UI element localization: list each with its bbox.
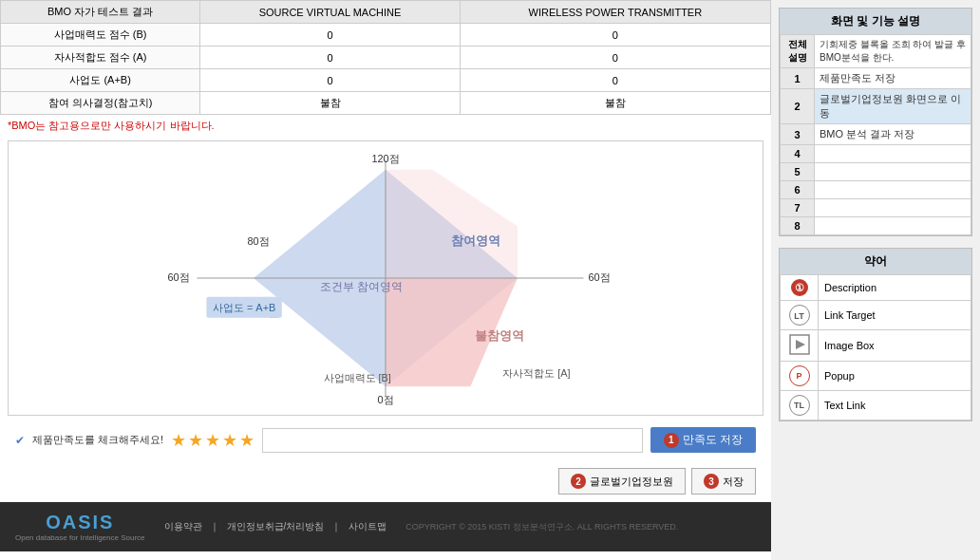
legend-row-tl: TL Text Link — [781, 391, 971, 420]
legend-table: ① Description LT Link Target — [780, 274, 971, 420]
row-col1-2: 0 — [200, 69, 460, 92]
legend-icon-lt: LT — [781, 301, 819, 330]
col-header-2: WIRELESS POWER TRANSMITTER — [460, 1, 770, 24]
legend-label-popup: Popup — [819, 362, 971, 391]
xaxis-label: 사업도 = A+B — [213, 302, 275, 313]
diamond-chart: 참여영역 조건부 참여영역 불참영역 120점 80점 60점 60점 35점 … — [18, 151, 753, 405]
function-intro-row: 전체 설명 기회제중 블록올 조희 하여 발글 후 BMO분석을 한다. — [781, 35, 971, 68]
table-row: 사업매력도 점수 (B) 0 0 — [1, 24, 771, 47]
function-table-title: 화면 및 기능 설명 — [780, 9, 971, 34]
conditional-label: 조건부 참여영역 — [320, 280, 403, 293]
save-label: 만족도 저장 — [683, 432, 743, 448]
xaxis-bottom: 사업매력도 [B] — [324, 372, 391, 383]
row-col2-2: 0 — [460, 69, 770, 92]
row-col2-1: 0 — [460, 47, 770, 69]
star-4[interactable]: ★ — [222, 430, 237, 451]
row-label-2: 사업도 (A+B) — [1, 69, 200, 92]
function-row-5: 5 — [781, 163, 971, 181]
table-row: 자사적합도 점수 (A) 0 0 — [1, 47, 771, 69]
legend-icon-tl: TL — [781, 391, 819, 420]
legend-icon-popup: P — [781, 362, 819, 391]
logo-sub: Open database for Intelligence Source — [15, 533, 145, 542]
legend-row-popup: P Popup — [781, 362, 971, 391]
star-1[interactable]: ★ — [171, 430, 186, 451]
satisfaction-label: 제품만족도를 체크해주세요! — [32, 433, 163, 447]
col-header-0: BMO 자가 테스트 결과 — [1, 1, 200, 24]
nonparticipation-label: 불참영역 — [475, 328, 524, 343]
intro-desc: 기회제중 블록올 조희 하여 발글 후 BMO분석을 한다. — [815, 35, 971, 68]
btn2-label: 저장 — [723, 475, 744, 489]
participation-label: 참여영역 — [451, 233, 500, 248]
oasis-logo: OASIS Open database for Intelligence Sou… — [15, 512, 145, 542]
satisfaction-input[interactable] — [262, 428, 643, 453]
link-target-icon: LT — [789, 305, 810, 326]
star-2[interactable]: ★ — [188, 430, 203, 451]
pink-area-top — [386, 170, 518, 278]
legend-label-tl: Text Link — [819, 391, 971, 420]
intro-label: 전체 설명 — [781, 35, 815, 68]
save-satisfaction-button[interactable]: 1 만족도 저장 — [650, 427, 756, 453]
star-3[interactable]: ★ — [205, 430, 220, 451]
bmo-note: *BMO는 참고용으로만 사용하시기 바랍니다. — [0, 115, 771, 137]
function-table: 전체 설명 기회제중 블록올 조희 하여 발글 후 BMO분석을 한다. 1 제… — [780, 34, 971, 235]
popup-icon: P — [789, 365, 810, 386]
legend-icon-desc: ① — [781, 275, 819, 301]
table-row: 사업도 (A+B) 0 0 — [1, 69, 771, 92]
function-table-container: 화면 및 기능 설명 전체 설명 기회제중 블록올 조희 하여 발글 후 BMO… — [779, 8, 972, 236]
footer-link-sitemap[interactable]: 사이트맵 — [349, 520, 386, 533]
function-row-6: 6 — [781, 181, 971, 199]
func-num-6: 6 — [781, 181, 815, 199]
satisfaction-section: ✔ 제품만족도를 체크해주세요! ★ ★ ★ ★ ★ 1 만족도 저장 — [0, 420, 771, 460]
description-icon: ① — [791, 279, 808, 296]
footer-separator-1: ｜ — [210, 520, 219, 533]
func-num-3: 3 — [781, 124, 815, 145]
btn1-num: 2 — [571, 474, 586, 489]
func-desc-1: 제품만족도 저장 — [815, 68, 971, 89]
legend-row-desc: ① Description — [781, 275, 971, 301]
footer-copyright: COPYRIGHT © 2015 KISTI 정보분석연구소. ALL RIGH… — [405, 521, 678, 533]
legend-container: 약어 ① Description LT Link Target — [779, 248, 972, 421]
function-row-2: 2 글로벌기업정보원 화면으로 이동 — [781, 89, 971, 124]
yaxis-label: 자사적합도 [A] — [502, 367, 570, 379]
footer-links: 이용약관 ｜ 개인정보취급/처리방침 ｜ 사이트맵 — [164, 520, 387, 533]
score-60-left: 60점 — [167, 271, 189, 283]
func-desc-5 — [815, 163, 971, 181]
legend-label-lt: Link Target — [819, 301, 971, 330]
global-info-button[interactable]: 2 글로벌기업정보원 — [558, 468, 686, 495]
function-row-1: 1 제품만족도 저장 — [781, 68, 971, 89]
function-row-3: 3 BMO 분석 결과 저장 — [781, 124, 971, 145]
score-80: 80점 — [247, 235, 269, 247]
row-col1-0: 0 — [200, 24, 460, 47]
legend-row-imgbox: Image Box — [781, 330, 971, 362]
image-box-icon — [789, 334, 810, 355]
col-header-1: SOURCE VIRTUAL MACHINE — [200, 1, 460, 24]
footer-link-terms[interactable]: 이용약관 — [164, 520, 202, 533]
star-5[interactable]: ★ — [239, 430, 254, 451]
check-icon: ✔ — [15, 434, 25, 447]
func-desc-6 — [815, 181, 971, 199]
func-num-8: 8 — [781, 217, 815, 235]
right-panel: 화면 및 기능 설명 전체 설명 기회제중 블록올 조희 하여 발글 후 BMO… — [771, 0, 980, 560]
row-col2-3: 불참 — [460, 92, 770, 115]
chart-area: 참여영역 조건부 참여영역 불참영역 120점 80점 60점 60점 35점 … — [8, 140, 763, 416]
row-label-1: 자사적합도 점수 (A) — [1, 47, 200, 69]
func-num-4: 4 — [781, 145, 815, 163]
save-button[interactable]: 3 저장 — [691, 468, 756, 495]
row-label-0: 사업매력도 점수 (B) — [1, 24, 200, 47]
row-col1-1: 0 — [200, 47, 460, 69]
legend-row-lt: LT Link Target — [781, 301, 971, 330]
func-desc-2: 글로벌기업정보원 화면으로 이동 — [815, 89, 971, 124]
legend-icon-imgbox — [781, 330, 819, 362]
btn2-num: 3 — [704, 474, 719, 489]
footer-link-privacy[interactable]: 개인정보취급/처리방침 — [227, 520, 325, 533]
func-desc-7 — [815, 199, 971, 217]
func-desc-4 — [815, 145, 971, 163]
func-num-2: 2 — [781, 89, 815, 124]
row-label-3: 참여 의사결정(참고치) — [1, 92, 200, 115]
legend-title: 약어 — [780, 249, 971, 274]
text-link-icon: TL — [789, 395, 810, 416]
star-rating[interactable]: ★ ★ ★ ★ ★ — [171, 430, 254, 451]
footer-separator-2: ｜ — [331, 520, 341, 533]
logo-text: OASIS — [46, 512, 114, 533]
func-num-5: 5 — [781, 163, 815, 181]
